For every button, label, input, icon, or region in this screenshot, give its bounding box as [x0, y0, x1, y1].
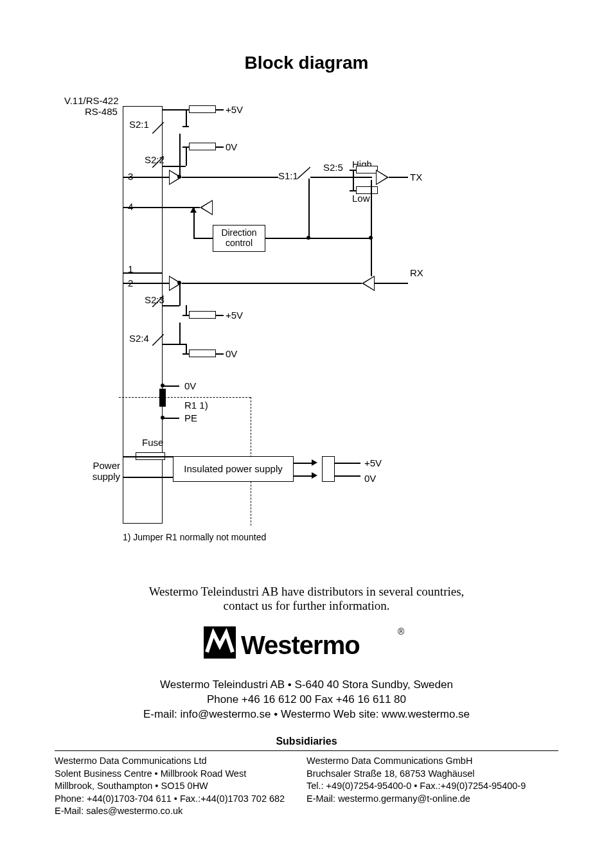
svg-line-0: [152, 122, 164, 134]
sub-de-l4: E-Mail: westermo.germany@t-online.de: [306, 793, 558, 806]
sub-uk-l5: E-Mail: sales@westermo.co.uk: [55, 805, 306, 818]
label-rx: RX: [410, 267, 423, 278]
subsidiary-de: Westermo Data Communications GmbH Bruchs…: [306, 755, 558, 818]
company-line3: E-mail: info@westermo.se • Westermo Web …: [0, 707, 613, 722]
page-title: Block diagram: [0, 53, 613, 73]
label-5v-out: +5V: [364, 457, 382, 468]
subsidiaries-columns: Westermo Data Communications Ltd Solent …: [55, 755, 558, 818]
sub-uk-l4: Phone: +44(0)1703-704 611 • Fax.:+44(0)1…: [55, 793, 306, 806]
sub-uk-l2: Solent Business Centre • Millbrook Road …: [55, 768, 306, 781]
dir-control-line1: Direction: [213, 227, 265, 238]
label-s21: S2:1: [129, 119, 149, 130]
label-0v-out: 0V: [364, 473, 376, 484]
logo: Westermo ®: [0, 623, 613, 664]
svg-line-2: [298, 167, 310, 179]
company-line2: Phone +46 16 612 00 Fax +46 16 611 80: [0, 693, 613, 707]
dir-control-line2: control: [213, 238, 265, 248]
label-0v-1: 0V: [226, 141, 237, 152]
label-fuse: Fuse: [142, 437, 163, 448]
label-s24: S2:4: [129, 333, 149, 344]
subsidiaries-title: Subsidiaries: [55, 736, 558, 747]
sub-uk-l3: Millbrook, Southampton • SO15 0HW: [55, 780, 306, 793]
label-power: Power: [62, 460, 120, 471]
sub-de-l1: Westermo Data Communications GmbH: [306, 755, 558, 768]
label-r1: R1 1): [184, 400, 208, 411]
footnote: 1) Jumper R1 normally not mounted: [123, 532, 266, 542]
label-supply: supply: [62, 471, 120, 482]
label-5v-1: +5V: [226, 104, 243, 115]
divider: [55, 750, 558, 751]
label-pe: PE: [184, 412, 197, 423]
block-diagram: V.11/RS-422 RS-485 S2:1 +5V 0V S2:2 3 4 …: [55, 90, 558, 553]
distributors-line1: Westermo Teleindustri AB have distributo…: [0, 585, 613, 599]
label-0v-2: 0V: [226, 348, 237, 359]
insulated-power-supply: Insulated power supply: [173, 456, 294, 482]
sub-uk-l1: Westermo Data Communications Ltd: [55, 755, 306, 768]
label-5v-2: +5V: [226, 310, 243, 321]
distributors-text: Westermo Teleindustri AB have distributo…: [0, 585, 613, 613]
svg-text:Westermo: Westermo: [241, 631, 360, 659]
company-info: Westermo Teleindustri AB • S-640 40 Stor…: [0, 678, 613, 722]
svg-line-1: [152, 156, 164, 168]
label-tx: TX: [410, 172, 422, 182]
label-low: Low: [352, 193, 370, 204]
sub-de-l2: Bruchsaler Straße 18, 68753 Waghäusel: [306, 768, 558, 781]
subsidiary-uk: Westermo Data Communications Ltd Solent …: [55, 755, 306, 818]
protocol-label-1: V.11/RS-422: [64, 95, 119, 106]
label-0v-3: 0V: [184, 380, 196, 391]
sub-de-l3: Tel.: +49(0)7254-95400-0 • Fax.:+49(0)72…: [306, 780, 558, 793]
distributors-line2: contact us for further information.: [0, 599, 613, 613]
company-line1: Westermo Teleindustri AB • S-640 40 Stor…: [0, 678, 613, 693]
label-s11: S1:1: [278, 170, 298, 181]
svg-text:®: ®: [398, 626, 405, 637]
label-s25: S2:5: [323, 162, 343, 173]
protocol-label-2: RS-485: [85, 106, 118, 117]
